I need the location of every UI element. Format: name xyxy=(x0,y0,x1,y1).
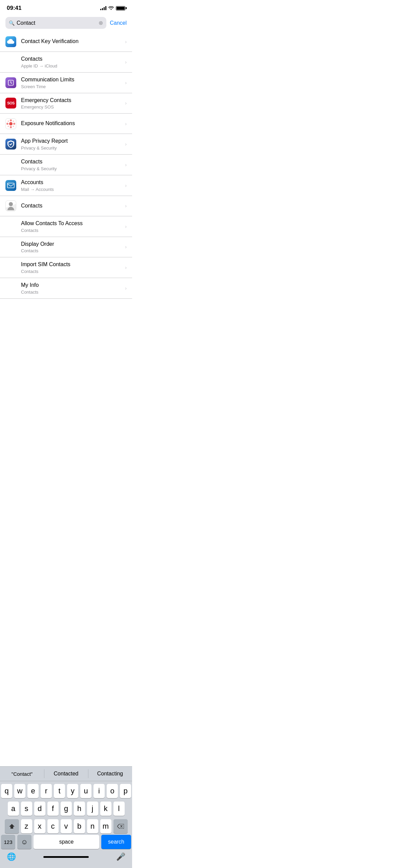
svg-point-6 xyxy=(8,120,9,122)
list-item[interactable]: Import SIM Contacts Contacts › xyxy=(0,257,132,278)
search-input[interactable] xyxy=(17,20,97,26)
chevron-right-icon: › xyxy=(125,244,127,250)
result-title: Emergency Contacts xyxy=(21,97,122,104)
result-title: Contacts xyxy=(21,56,122,63)
result-subtitle: Emergency SOS xyxy=(21,104,122,110)
chevron-right-icon: › xyxy=(125,100,127,106)
list-item[interactable]: Exposure Notifications › xyxy=(0,114,132,134)
wifi-icon xyxy=(108,5,114,11)
result-subtitle: Screen Time xyxy=(21,84,122,89)
chevron-right-icon: › xyxy=(125,285,127,291)
result-title: Communication Limits xyxy=(21,76,122,83)
svg-point-3 xyxy=(10,126,12,128)
chevron-right-icon: › xyxy=(125,80,127,85)
chevron-right-icon: › xyxy=(125,59,127,65)
chevron-right-icon: › xyxy=(125,162,127,167)
chevron-right-icon: › xyxy=(125,39,127,44)
svg-rect-10 xyxy=(7,183,14,188)
contacts-app-icon xyxy=(5,200,16,211)
clear-icon[interactable]: ⊗ xyxy=(99,20,103,26)
list-item[interactable]: Allow Contacts To Access Contacts › xyxy=(0,216,132,237)
list-item[interactable]: My Info Contacts › xyxy=(0,278,132,299)
sos-icon: SOS xyxy=(5,98,16,108)
exposure-icon xyxy=(5,118,16,129)
result-title: Display Order xyxy=(21,241,122,248)
result-title: Import SIM Contacts xyxy=(21,261,122,268)
list-item[interactable]: App Privacy Report Privacy & Security › xyxy=(0,134,132,155)
signal-icon xyxy=(100,6,106,10)
svg-point-4 xyxy=(6,123,8,125)
result-title: Contacts xyxy=(21,158,122,165)
result-title: Allow Contacts To Access xyxy=(21,220,122,227)
chevron-right-icon: › xyxy=(125,121,127,126)
result-subtitle: Contacts xyxy=(21,248,122,253)
result-subtitle: Privacy & Security xyxy=(21,145,122,151)
list-item[interactable]: Contacts › xyxy=(0,196,132,216)
result-subtitle: Contacts xyxy=(21,228,122,233)
list-item[interactable]: Contacts Apple ID → iCloud › xyxy=(0,52,132,73)
svg-point-9 xyxy=(13,125,14,127)
list-item[interactable]: Contacts Privacy & Security › xyxy=(0,155,132,175)
list-item[interactable]: Communication Limits Screen Time › xyxy=(0,73,132,93)
privacy-icon xyxy=(5,139,16,150)
svg-point-7 xyxy=(13,120,14,122)
battery-icon xyxy=(116,6,125,11)
result-title: Contacts xyxy=(21,202,122,210)
chevron-right-icon: › xyxy=(125,183,127,188)
svg-point-1 xyxy=(9,122,13,125)
result-title: My Info xyxy=(21,282,122,289)
search-input-wrapper[interactable]: 🔍 ⊗ xyxy=(5,17,106,29)
svg-point-5 xyxy=(13,123,15,125)
svg-point-8 xyxy=(8,125,9,127)
chevron-right-icon: › xyxy=(125,141,127,147)
chevron-right-icon: › xyxy=(125,224,127,229)
result-title: Contact Key Verification xyxy=(21,38,122,45)
status-time: 09:41 xyxy=(7,5,21,12)
result-title: App Privacy Report xyxy=(21,138,122,145)
search-bar-container: 🔍 ⊗ Cancel xyxy=(0,14,132,32)
screentime-icon xyxy=(5,77,16,88)
cancel-button[interactable]: Cancel xyxy=(110,20,127,26)
chevron-right-icon: › xyxy=(125,203,127,209)
search-icon: 🔍 xyxy=(9,20,15,26)
result-title: Accounts xyxy=(21,179,122,186)
status-icons xyxy=(100,5,125,11)
result-title: Exposure Notifications xyxy=(21,120,122,127)
list-item[interactable]: Contact Key Verification › xyxy=(0,32,132,52)
result-subtitle: Contacts xyxy=(21,290,122,295)
result-subtitle: Apple ID → iCloud xyxy=(21,63,122,68)
svg-point-2 xyxy=(10,119,12,121)
result-subtitle: Privacy & Security xyxy=(21,166,122,171)
list-item[interactable]: Display Order Contacts › xyxy=(0,237,132,258)
result-subtitle: Mail → Accounts xyxy=(21,187,122,192)
mail-icon xyxy=(5,180,16,191)
list-item[interactable]: SOS Emergency Contacts Emergency SOS › xyxy=(0,93,132,114)
list-item[interactable]: Accounts Mail → Accounts › xyxy=(0,175,132,196)
result-subtitle: Contacts xyxy=(21,269,122,274)
chevron-right-icon: › xyxy=(125,265,127,270)
icloud-icon xyxy=(5,36,16,47)
results-list: Contact Key Verification › Contacts Appl… xyxy=(0,32,132,299)
status-bar: 09:41 xyxy=(0,0,132,14)
